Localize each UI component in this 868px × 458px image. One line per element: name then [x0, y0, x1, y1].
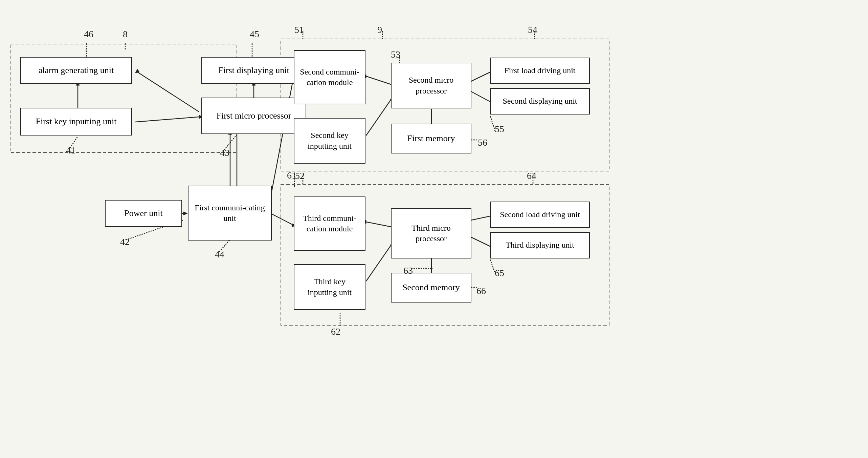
svg-marker-10: [135, 69, 139, 73]
ref-53: 53: [391, 49, 400, 60]
ref-55: 55: [495, 124, 504, 134]
second-key-input-label: Second key inputting unit: [298, 130, 361, 151]
first-comm-unit-box: First communi-cating unit: [188, 186, 272, 241]
ref-62: 62: [331, 326, 340, 337]
first-display-label: First displaying unit: [218, 65, 289, 76]
first-display-box: First displaying unit: [201, 57, 306, 84]
ref-43: 43: [220, 147, 229, 158]
third-display-box: Third displaying unit: [490, 232, 590, 258]
first-key-input-box: First key inputting unit: [20, 108, 132, 136]
second-comm-mod-box: Second communi-cation module: [294, 50, 365, 104]
ref-64: 64: [527, 170, 536, 181]
first-key-input-label: First key inputting unit: [36, 116, 116, 127]
svg-line-22: [366, 76, 392, 85]
power-unit-label: Power unit: [124, 208, 162, 219]
ref-8: 8: [123, 29, 128, 40]
ref-61: 61: [287, 170, 296, 181]
second-display-box: Second displaying unit: [490, 88, 590, 114]
second-load-drive-box: Second load driving unit: [490, 202, 590, 228]
second-comm-mod-label: Second communi-cation module: [298, 67, 361, 88]
ref-9: 9: [377, 24, 382, 35]
third-micro-box: Third micro processor: [391, 208, 471, 258]
ref-45: 45: [250, 29, 259, 40]
first-micro-label: First micro processor: [217, 110, 291, 122]
ref-65: 65: [495, 268, 504, 278]
first-load-drive-label: First load driving unit: [505, 65, 576, 76]
power-unit-box: Power unit: [105, 200, 182, 227]
first-micro-box: First micro processor: [201, 98, 306, 134]
ref-56: 56: [478, 137, 487, 148]
second-micro-label: Second micro processor: [396, 75, 467, 96]
third-micro-label: Third micro processor: [396, 223, 467, 244]
svg-line-25: [366, 98, 392, 136]
svg-line-9: [136, 71, 199, 112]
ref-41: 41: [66, 145, 75, 156]
diagram: alarm generating unit First key inputtin…: [0, 0, 868, 458]
second-display-label: Second displaying unit: [503, 96, 577, 106]
ref-52: 52: [295, 170, 305, 181]
svg-line-31: [471, 91, 490, 102]
ref-51: 51: [294, 24, 304, 35]
ref-54: 54: [528, 24, 537, 35]
second-micro-box: Second micro processor: [391, 63, 471, 108]
third-display-label: Third displaying unit: [506, 240, 574, 250]
ref-46: 46: [84, 29, 93, 40]
second-load-drive-label: Second load driving unit: [500, 209, 580, 220]
alarm-gen-label: alarm generating unit: [39, 65, 114, 76]
svg-line-3: [135, 117, 199, 122]
third-key-input-label: Third key inputting unit: [298, 276, 361, 297]
svg-line-58: [490, 259, 495, 272]
first-load-drive-box: First load driving unit: [490, 58, 590, 84]
svg-marker-16: [183, 212, 187, 215]
ref-66: 66: [476, 286, 486, 296]
svg-line-36: [366, 244, 392, 281]
svg-line-29: [471, 72, 490, 81]
third-comm-mod-label: Third communi-cation module: [298, 213, 361, 234]
third-comm-mod-box: Third communi-cation module: [294, 196, 365, 251]
svg-line-40: [471, 216, 490, 220]
svg-line-59: [490, 115, 495, 131]
second-memory-box: Second memory: [391, 273, 471, 303]
third-key-input-box: Third key inputting unit: [294, 264, 365, 310]
first-memory-box: First memory: [391, 124, 471, 153]
second-key-input-box: Second key inputting unit: [294, 118, 365, 164]
alarm-generating-unit-box: alarm generating unit: [20, 57, 132, 84]
first-comm-label: First communi-cating unit: [193, 203, 267, 224]
ref-44: 44: [215, 249, 224, 260]
ref-42: 42: [120, 236, 130, 247]
svg-line-42: [471, 237, 490, 246]
first-memory-label: First memory: [407, 133, 455, 144]
svg-line-33: [366, 222, 392, 227]
ref-63: 63: [403, 265, 413, 276]
second-memory-label: Second memory: [402, 282, 460, 293]
svg-line-20: [271, 213, 294, 225]
